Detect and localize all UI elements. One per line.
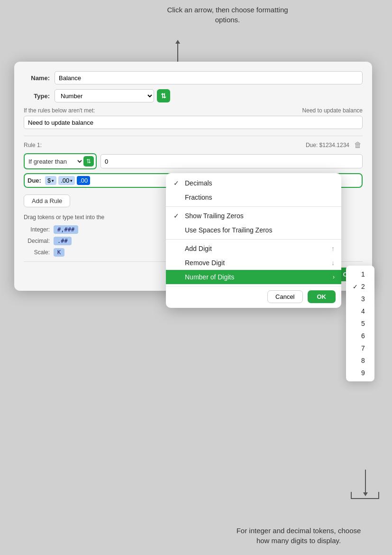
submenu-item-6[interactable]: 6 xyxy=(346,330,374,342)
menu-item-label-show_trailing_zeros: Show Trailing Zeros xyxy=(185,212,244,220)
submenu-item-1[interactable]: 1 xyxy=(346,268,374,280)
submenu-value-2: 2 xyxy=(361,283,365,290)
menu-item-add_digit[interactable]: Add Digit↑ xyxy=(166,241,341,256)
submenu-value-9: 9 xyxy=(361,369,365,377)
submenu-check-2: ✓ xyxy=(353,283,361,290)
condition-select-wrapper: If greater than ⇅ xyxy=(24,153,97,169)
type-select-wrapper: Number ⇅ xyxy=(55,89,170,102)
integer-label: Integer: xyxy=(24,226,50,233)
type-stepper-button[interactable]: ⇅ xyxy=(157,89,170,102)
submenu: 1✓23456789 xyxy=(346,266,374,381)
active-decimal-dropdown[interactable]: .00 xyxy=(77,176,90,185)
dropdown-ok-button[interactable]: OK xyxy=(308,290,336,303)
scale-label: Scale: xyxy=(24,249,50,256)
rule-condition-row: If greater than ⇅ xyxy=(24,153,363,169)
submenu-value-6: 6 xyxy=(361,332,365,340)
submenu-item-9[interactable]: 9 xyxy=(346,367,374,379)
submenu-value-8: 8 xyxy=(361,357,365,364)
submenu-value-5: 5 xyxy=(361,320,365,327)
condition-select[interactable]: If greater than xyxy=(27,155,83,167)
decimal-token-chip[interactable]: .## xyxy=(54,237,72,245)
check-icon-show_trailing_zeros: ✓ xyxy=(173,212,183,220)
type-select[interactable]: Number xyxy=(55,89,154,102)
name-row: Name: xyxy=(24,71,363,84)
trash-icon[interactable]: 🗑 xyxy=(354,141,363,149)
name-input[interactable] xyxy=(55,71,363,84)
type-label: Type: xyxy=(24,92,50,100)
name-label: Name: xyxy=(24,74,50,82)
decimal-dropdown[interactable]: .00 ▾ xyxy=(58,176,75,185)
check-icon-decimals: ✓ xyxy=(173,179,183,187)
submenu-value-3: 3 xyxy=(361,295,365,303)
rule-number-label: Rule 1: xyxy=(24,142,42,148)
dropdown-menu: ✓DecimalsFractions✓Show Trailing ZerosUs… xyxy=(166,173,341,308)
decimal-label: Decimal: xyxy=(24,238,50,244)
dropdown-cancel-button[interactable]: Cancel xyxy=(267,290,302,303)
submenu-value-1: 1 xyxy=(361,270,365,278)
top-annotation: Click an arrow, then choose formatting o… xyxy=(161,5,294,25)
rules-not-met-row: If the rules below aren't met: Need to u… xyxy=(24,107,363,114)
currency-dropdown[interactable]: $ ▾ xyxy=(45,176,56,185)
menu-item-label-number_of_digits: Number of Digits xyxy=(185,273,234,281)
callout-line-bottom xyxy=(365,470,366,493)
menu-item-show_trailing_zeros[interactable]: ✓Show Trailing Zeros xyxy=(166,209,341,223)
type-row: Type: Number ⇅ xyxy=(24,89,363,102)
condition-value-input[interactable] xyxy=(100,154,363,168)
scale-token-chip[interactable]: K xyxy=(54,248,64,257)
submenu-arrow-number_of_digits: › xyxy=(333,274,335,280)
bottom-annotation: For integer and decimal tokens, choose h… xyxy=(232,526,365,546)
menu-separator xyxy=(166,206,341,207)
default-value-input[interactable] xyxy=(24,116,363,129)
rule-preview: Due: $1234.1234 xyxy=(306,142,349,148)
integer-token-chip[interactable]: #,### xyxy=(54,225,78,234)
submenu-value-4: 4 xyxy=(361,307,365,315)
currency-chevron-icon: ▾ xyxy=(52,178,54,183)
format-label: Due: xyxy=(27,177,41,184)
submenu-item-5[interactable]: 5 xyxy=(346,317,374,330)
shortcut-add_digit: ↑ xyxy=(331,245,335,252)
decimal-chevron-icon: ▾ xyxy=(70,178,73,183)
dropdown-footer: CancelOK xyxy=(166,286,341,305)
submenu-item-2[interactable]: ✓2 xyxy=(346,280,374,293)
menu-item-label-add_digit: Add Digit xyxy=(185,245,212,252)
submenu-value-7: 7 xyxy=(361,344,365,352)
add-rule-button[interactable]: Add a Rule xyxy=(24,194,70,207)
rules-not-met-label: If the rules below aren't met: xyxy=(24,107,95,114)
menu-item-label-decimals: Decimals xyxy=(185,179,212,187)
condition-stepper-button[interactable]: ⇅ xyxy=(83,156,94,166)
submenu-item-7[interactable]: 7 xyxy=(346,342,374,354)
active-decimal-format: .00 xyxy=(79,177,88,184)
menu-item-remove_digit[interactable]: Remove Digit↓ xyxy=(166,256,341,270)
menu-item-label-use_spaces: Use Spaces for Trailing Zeros xyxy=(185,226,272,234)
menu-item-decimals[interactable]: ✓Decimals xyxy=(166,176,341,190)
menu-item-use_spaces[interactable]: Use Spaces for Trailing Zeros xyxy=(166,223,341,237)
submenu-item-8[interactable]: 8 xyxy=(346,354,374,367)
menu-item-number_of_digits[interactable]: Number of Digits› xyxy=(166,270,341,284)
submenu-item-3[interactable]: 3 xyxy=(346,293,374,305)
menu-separator xyxy=(166,239,341,240)
submenu-item-4[interactable]: 4 xyxy=(346,305,374,317)
currency-symbol: $ xyxy=(47,177,51,184)
decimal-format: .00 xyxy=(61,177,69,184)
rules-default-preview: Need to update balance xyxy=(302,107,363,114)
shortcut-remove_digit: ↓ xyxy=(331,259,335,267)
menu-item-fractions[interactable]: Fractions xyxy=(166,190,341,204)
menu-item-label-remove_digit: Remove Digit xyxy=(185,259,225,267)
rule-header-row: Rule 1: Due: $1234.1234 🗑 xyxy=(24,141,363,149)
menu-item-label-fractions: Fractions xyxy=(185,194,212,201)
